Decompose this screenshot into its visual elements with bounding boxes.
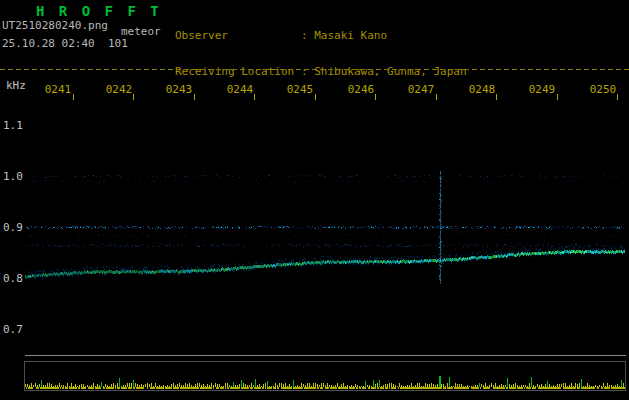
activity-strip-canvas — [25, 362, 625, 390]
hrofft-screen: H R O F F T UT2510280240.png meteor 25.1… — [0, 0, 629, 400]
info-value: : Shibukawa, Gunma, Japan — [301, 65, 467, 78]
freq-label-0_9: 0.9 — [3, 222, 25, 234]
plot-bottom-axis — [25, 355, 626, 356]
info-label: Receiving Location — [175, 66, 301, 78]
header-separator — [0, 69, 629, 70]
spectrogram-canvas — [25, 100, 625, 356]
freq-label-1_1: 1.1 — [3, 120, 25, 132]
info-row-location: Receiving Location: Shibukawa, Gunma, Ja… — [175, 66, 526, 78]
time-label-0244: 0244 — [218, 84, 262, 96]
time-label-0250: 0250 — [581, 84, 625, 96]
datetime-counter: 25.10.28 02:40 101 — [2, 38, 128, 50]
time-label-0248: 0248 — [460, 84, 504, 96]
y-axis-unit: kHz — [6, 80, 26, 92]
output-filename: UT2510280240.png — [2, 20, 108, 32]
info-label: Observer — [175, 30, 301, 42]
app-title: H R O F F T — [36, 3, 162, 19]
info-row-observer: Observer: Masaki Kano — [175, 30, 526, 42]
activity-strip — [24, 361, 626, 391]
freq-label-0_8: 0.8 — [3, 273, 25, 285]
freq-label-0_7: 0.7 — [3, 324, 25, 336]
info-value: : Masaki Kano — [301, 29, 387, 42]
time-label-0246: 0246 — [339, 84, 383, 96]
freq-label-1_0: 1.0 — [3, 171, 25, 183]
time-label-0242: 0242 — [97, 84, 141, 96]
